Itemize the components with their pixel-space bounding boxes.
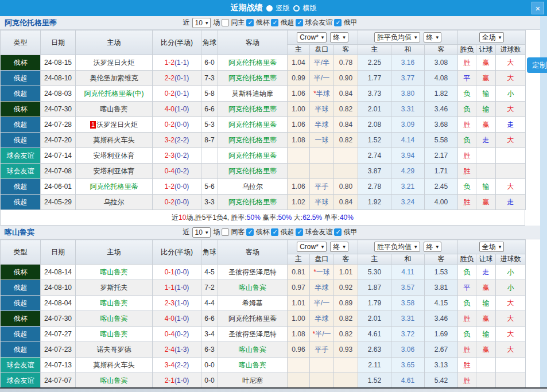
- summary-text: 场,胜5平1负4, 胜率:: [186, 213, 246, 223]
- handicap-line: 平手: [310, 342, 334, 358]
- match-row: 俄超24-07-27喀山鲁宾0-4(0-2)3-4圣彼得堡泽尼特1.08*半/一…: [1, 327, 526, 342]
- league-checkbox-2[interactable]: [296, 228, 303, 236]
- league-badge: 俄杯: [1, 311, 41, 327]
- away-team-name: 阿克伦托格里蒂: [228, 315, 277, 323]
- scope-select[interactable]: 全场: [479, 32, 505, 42]
- league-checkbox-1[interactable]: [271, 228, 278, 236]
- home-team: 喀山鲁宾: [76, 327, 153, 342]
- match-date: 24-08-10: [41, 280, 76, 296]
- avg-away-odds: 4.00: [425, 195, 458, 210]
- half-time-score: (1-0): [174, 377, 189, 385]
- corner-score: 7-3: [201, 71, 218, 86]
- avg-odds-select[interactable]: 胜平负均值: [374, 242, 420, 252]
- result-goals: 大: [496, 179, 526, 195]
- result-handicap: 走: [476, 133, 496, 148]
- vertical-layout-radio[interactable]: [266, 5, 273, 11]
- match-date: 24-07-27: [41, 327, 76, 342]
- result-handicap: 赢: [476, 71, 496, 86]
- league-label-1: 俄超: [280, 18, 294, 28]
- league-badge: 俄超: [1, 179, 41, 195]
- away-team-name: 圣彼得堡泽尼特: [228, 330, 277, 338]
- summary-text: 近: [172, 213, 179, 223]
- half-time-score: (0-0): [174, 183, 189, 191]
- score: 4-0(1-0): [153, 102, 201, 117]
- handicap-away-odds: 0.82: [334, 133, 358, 148]
- home-team: 安塔利亚体育: [76, 164, 153, 179]
- match-row: 球会友谊24-07-13莫斯科火车头3-4(2-2)0-0喀山鲁宾2.113.6…: [1, 358, 526, 373]
- avg-time-value: 终: [426, 243, 433, 251]
- handicap-home-odds: [288, 358, 310, 373]
- match-row: 球会友谊24-07-14安塔利亚体育2-3(0-2)阿克伦托格里蒂2.743.9…: [1, 148, 526, 164]
- avg-home-odds: 2.78: [358, 179, 391, 195]
- result-goals: 走: [496, 195, 526, 210]
- scope-select[interactable]: 全场: [479, 242, 505, 252]
- same-venue-checkbox[interactable]: [222, 228, 229, 236]
- corner-score: 6-0: [201, 55, 218, 71]
- horizontal-layout-radio[interactable]: [293, 5, 300, 11]
- league-checkbox-0[interactable]: [246, 228, 254, 236]
- avg-draw-odds: 4.29: [391, 164, 425, 179]
- result-goals: 大: [496, 71, 526, 86]
- score: 3-4(2-2): [153, 358, 201, 373]
- handicap-line-text: 半/一: [314, 299, 329, 307]
- avg-home-odds: 1.92: [358, 195, 391, 210]
- full-time-score: 0-4: [165, 330, 174, 338]
- match-count-select[interactable]: 10: [192, 227, 211, 238]
- horizontal-layout-label: 横版: [303, 3, 317, 13]
- avg-odds-value: 胜平负均值: [377, 243, 412, 251]
- home-team-name: 喀山鲁宾: [100, 299, 128, 307]
- full-time-score: 0-2: [165, 90, 174, 98]
- handicap-line-text: 半球: [315, 105, 329, 113]
- handicap-line-text: 半球: [315, 198, 329, 206]
- avg-away-odds: 2.17: [425, 148, 458, 164]
- league-checkbox-3[interactable]: [334, 228, 342, 236]
- half-time-score: (1-0): [174, 284, 189, 292]
- odds-company-select[interactable]: Crow*: [297, 242, 327, 252]
- score: 0-2(0-0): [153, 117, 201, 133]
- away-team: 喀山鲁宾: [218, 280, 288, 296]
- league-label-2: 球会友谊: [305, 227, 332, 237]
- away-team: 阿克伦托格里蒂: [218, 71, 288, 86]
- result-wdl: 平: [458, 280, 476, 296]
- match-row: 球会友谊24-07-08安塔利亚体育0-4(0-2)阿克伦托格里蒂3.874.2…: [1, 164, 526, 179]
- avg-away-odds: 1.71: [425, 164, 458, 179]
- summary-text: 赢率:: [261, 213, 278, 223]
- league-checkbox-3[interactable]: [334, 19, 342, 26]
- odds-time-select[interactable]: 终: [330, 242, 348, 252]
- result-goals: 走: [496, 117, 526, 133]
- odds-company-select[interactable]: Crow*: [297, 32, 327, 42]
- league-label-0: 俄杯: [255, 18, 269, 28]
- half-time-score: (1-1): [174, 59, 189, 67]
- customize-button[interactable]: 定制: [527, 57, 547, 73]
- avg-odds-select[interactable]: 胜平负均值: [374, 32, 420, 42]
- vertical-layout-label: 竖版: [276, 3, 290, 13]
- away-team: 莫斯科迪纳摩: [218, 86, 288, 102]
- home-team-name: 沃罗涅日火炬: [96, 121, 138, 129]
- result-wdl: 平: [458, 71, 476, 86]
- avg-time-select[interactable]: 终: [424, 242, 442, 252]
- league-checkbox-2[interactable]: [296, 19, 303, 26]
- score: 1-2(1-1): [153, 55, 201, 71]
- result-wdl: 胜: [458, 148, 476, 164]
- odds-time-select[interactable]: 终: [330, 32, 348, 42]
- match-row: 俄超24-07-20莫斯科火车头3-2(2-2)8-7阿克伦托格里蒂1.08一球…: [1, 133, 526, 148]
- same-venue-checkbox[interactable]: [222, 19, 229, 26]
- sub-header-avg-draw: 和: [391, 254, 425, 265]
- match-count-select[interactable]: 10: [192, 18, 211, 28]
- league-checkbox-1[interactable]: [271, 19, 278, 26]
- col-header-home: 主场: [76, 240, 153, 265]
- sub-header-pk-home: 主: [288, 45, 310, 55]
- avg-away-odds: 3.46: [425, 311, 458, 327]
- avg-away-odds: 1.53: [425, 265, 458, 280]
- league-checkbox-0[interactable]: [246, 19, 254, 26]
- away-team: 阿克伦托格里蒂: [218, 117, 288, 133]
- handicap-line-text: 半/一: [315, 330, 331, 338]
- summary-text: 大:: [292, 213, 303, 223]
- score: 0-2(0-0): [153, 195, 201, 210]
- home-team-name: 沃罗涅日火炬: [94, 59, 135, 67]
- result-goals: [496, 148, 526, 164]
- result-wdl: 胜: [458, 311, 476, 327]
- avg-time-select[interactable]: 终: [424, 32, 442, 42]
- close-button[interactable]: ×: [532, 2, 544, 14]
- score: 3-2(2-2): [153, 133, 201, 148]
